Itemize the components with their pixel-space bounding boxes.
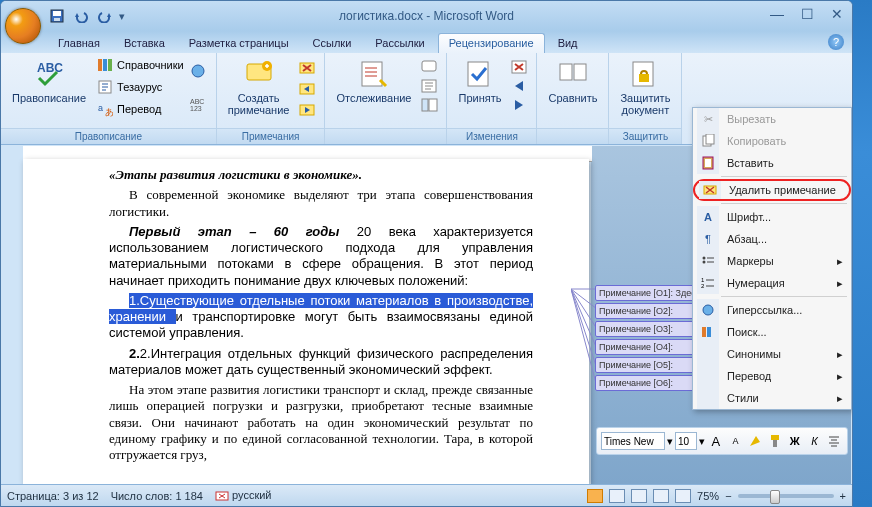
ctx-translate[interactable]: Перевод▸ — [693, 365, 851, 387]
svg-line-34 — [571, 289, 597, 387]
ctx-cut[interactable]: ✂Вырезать — [693, 108, 851, 130]
bold-button[interactable]: Ж — [786, 432, 804, 450]
ctx-paste[interactable]: Вставить — [693, 152, 851, 174]
next-comment-icon[interactable] — [298, 101, 318, 119]
spelling-button[interactable]: ABC Правописание — [7, 55, 91, 119]
view-print-layout[interactable] — [587, 489, 603, 503]
view-web[interactable] — [631, 489, 647, 503]
doc-paragraph: На этом этапе развития логистики транспо… — [109, 382, 533, 463]
svg-rect-21 — [422, 99, 428, 111]
svg-point-42 — [703, 257, 706, 260]
ctx-styles[interactable]: Стили▸ — [693, 387, 851, 409]
delete-comment-icon[interactable] — [298, 59, 318, 77]
svg-rect-48 — [707, 327, 711, 337]
reviewing-pane-icon[interactable] — [420, 97, 440, 113]
format-painter-icon[interactable] — [766, 432, 784, 450]
paragraph-icon: ¶ — [705, 233, 711, 245]
dropdown-icon[interactable]: ▾ — [699, 435, 705, 448]
view-draft[interactable] — [675, 489, 691, 503]
center-align-button[interactable] — [825, 432, 843, 450]
document-page[interactable]: «Этапы развития логистики в экономике». … — [23, 159, 589, 484]
tab-references[interactable]: Ссылки — [302, 33, 363, 53]
ctx-copy[interactable]: Копировать — [693, 130, 851, 152]
next-change-icon[interactable] — [510, 97, 530, 113]
protect-button[interactable]: Защитить документ — [615, 55, 675, 119]
view-outline[interactable] — [653, 489, 669, 503]
balloons-icon[interactable] — [420, 59, 440, 75]
status-language[interactable]: русский — [215, 489, 272, 502]
translate-button[interactable]: aあПеревод — [95, 99, 186, 119]
group-proofing: ABC Правописание Справочники Тезаурус aあ… — [1, 53, 217, 144]
context-menu: ✂Вырезать Копировать Вставить Удалить пр… — [692, 107, 852, 410]
svg-text:あ: あ — [105, 107, 113, 117]
compare-icon — [557, 58, 589, 90]
scissors-icon: ✂ — [704, 113, 713, 126]
ctx-font[interactable]: AШрифт... — [693, 206, 851, 228]
ctx-synonyms[interactable]: Синонимы▸ — [693, 343, 851, 365]
show-markup-icon[interactable] — [420, 78, 440, 94]
ctx-delete-comment[interactable]: Удалить примечание — [693, 179, 851, 201]
thesaurus-icon — [97, 79, 113, 95]
compare-button[interactable]: Сравнить — [543, 55, 602, 107]
styles-button[interactable] — [746, 432, 764, 450]
dropdown-icon[interactable]: ▾ — [667, 435, 673, 448]
svg-text:a: a — [98, 103, 103, 113]
grow-font-button[interactable]: A — [707, 432, 725, 450]
wordcount-icon[interactable]: ABC123 — [190, 96, 210, 112]
italic-button[interactable]: К — [806, 432, 824, 450]
research-button[interactable]: Справочники — [95, 55, 186, 75]
doc-paragraph: В современной экономике выделяют три эта… — [109, 187, 533, 220]
tab-home[interactable]: Главная — [47, 33, 111, 53]
ctx-bullets[interactable]: Маркеры▸ — [693, 250, 851, 272]
svg-rect-40 — [705, 159, 711, 167]
svg-rect-19 — [422, 61, 436, 71]
ctx-paragraph[interactable]: ¶Абзац... — [693, 228, 851, 250]
ctx-numbering[interactable]: 12Нумерация▸ — [693, 272, 851, 294]
svg-text:123: 123 — [190, 105, 202, 112]
font-family-input[interactable] — [601, 432, 665, 450]
view-full-screen[interactable] — [609, 489, 625, 503]
svg-text:ABC: ABC — [37, 61, 63, 75]
tab-insert[interactable]: Вставка — [113, 33, 176, 53]
tab-review[interactable]: Рецензирование — [438, 33, 545, 53]
svg-text:2: 2 — [701, 283, 705, 289]
help-icon[interactable]: ? — [828, 34, 844, 50]
prev-change-icon[interactable] — [510, 78, 530, 94]
app-window: ▾ логистика.docx - Microsoft Word — ☐ ✕ … — [0, 0, 853, 507]
svg-rect-4 — [98, 59, 102, 71]
close-button[interactable]: ✕ — [826, 5, 848, 23]
svg-rect-36 — [773, 440, 777, 447]
svg-point-43 — [703, 261, 706, 264]
zoom-slider[interactable] — [738, 494, 834, 498]
tab-mailings[interactable]: Рассылки — [364, 33, 435, 53]
reject-icon[interactable] — [510, 59, 530, 75]
new-comment-button[interactable]: Создать примечание — [223, 55, 295, 119]
prev-comment-icon[interactable] — [298, 80, 318, 98]
accept-icon — [464, 58, 496, 90]
group-changes: Принять Изменения — [447, 53, 537, 144]
status-page[interactable]: Страница: 3 из 12 — [7, 490, 99, 502]
svg-rect-38 — [706, 134, 714, 144]
abc-check-icon: ABC — [33, 58, 65, 90]
accept-button[interactable]: Принять — [453, 55, 506, 113]
maximize-button[interactable]: ☐ — [796, 5, 818, 23]
window-title: логистика.docx - Microsoft Word — [1, 9, 852, 23]
status-wordcount[interactable]: Число слов: 1 184 — [111, 490, 203, 502]
shrink-font-button[interactable]: A — [727, 432, 745, 450]
ribbon-tabs: Главная Вставка Разметка страницы Ссылки… — [1, 31, 852, 53]
zoom-level[interactable]: 75% — [697, 490, 719, 502]
zoom-in-button[interactable]: + — [840, 490, 846, 502]
font-size-input[interactable] — [675, 432, 697, 450]
tab-layout[interactable]: Разметка страницы — [178, 33, 300, 53]
ctx-lookup[interactable]: Поиск... — [693, 321, 851, 343]
thesaurus-button[interactable]: Тезаурус — [95, 77, 186, 97]
svg-text:ABC: ABC — [190, 98, 204, 105]
tracking-button[interactable]: Отслеживание — [331, 55, 416, 113]
language-icon[interactable] — [190, 63, 210, 79]
tab-view[interactable]: Вид — [547, 33, 589, 53]
ctx-hyperlink[interactable]: Гиперссылка... — [693, 299, 851, 321]
minimize-button[interactable]: — — [766, 5, 788, 23]
zoom-out-button[interactable]: − — [725, 490, 731, 502]
office-button[interactable] — [5, 8, 41, 44]
svg-line-31 — [571, 289, 597, 329]
